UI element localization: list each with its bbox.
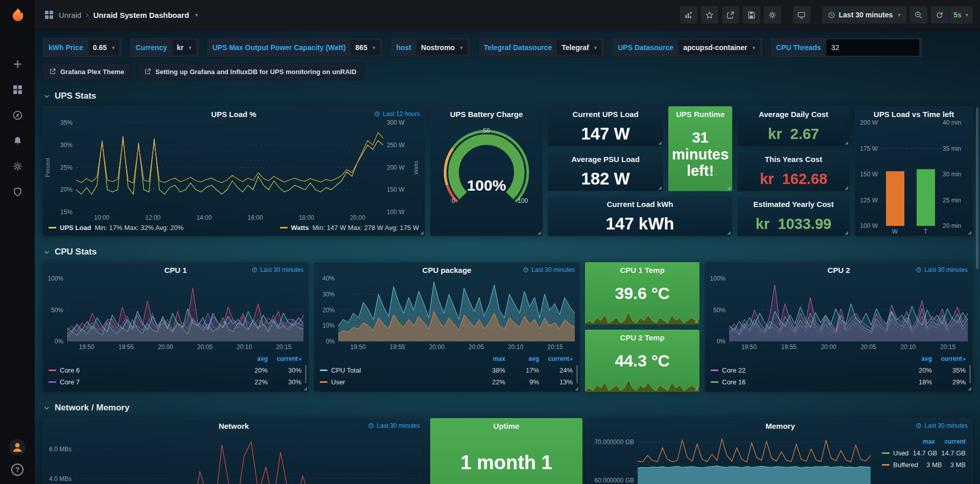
stat-value: 39.6 °C [585, 278, 699, 309]
panel-estimated-yearly-cost: Estimated Yearly Cost kr 1033.99 [737, 196, 850, 236]
legend-col-current[interactable]: current [935, 438, 966, 445]
legend-col-avg[interactable]: avg [505, 355, 539, 362]
legend-scrollbar[interactable] [305, 365, 307, 383]
variable-kwh-price[interactable]: kWh Price 0.65▾ [42, 37, 123, 58]
legend-col-current[interactable]: current▾ [932, 355, 966, 362]
memory-chart[interactable] [638, 434, 871, 484]
panel-title[interactable]: CPU 1 Temp [585, 262, 699, 278]
row-header-network-memory[interactable]: Network / Memory [43, 402, 973, 414]
legend-item-ups-load[interactable]: UPS Load Min: 17% Max: 32% Avg: 20% [49, 224, 183, 232]
legend-scrollbar[interactable] [969, 365, 971, 383]
y-axis-label-right: Watts [412, 123, 420, 212]
legend-value: 3 MB [918, 461, 942, 469]
variable-host[interactable]: host Nostromo▾ [390, 37, 471, 58]
star-button[interactable] [701, 6, 718, 24]
legend-value: 38% [472, 366, 505, 374]
cpu-threads-input[interactable] [826, 39, 919, 56]
ups-load-chart[interactable] [76, 123, 383, 212]
variable-value: Nostromo▾ [416, 40, 468, 55]
zoom-out-button[interactable] [910, 6, 927, 24]
legend-item-watts[interactable]: Watts Min: 147 W Max: 278 W Avg: 175 W [280, 224, 419, 232]
variable-telegraf-datasource[interactable]: Telegraf Datasource Telegraf▾ [478, 37, 605, 58]
variable-label: CPU Threads [776, 43, 821, 52]
sidebar-item-explore[interactable] [7, 105, 28, 125]
create-button[interactable] [7, 54, 28, 74]
legend-row: Core 7 22% 30% [49, 376, 301, 388]
sidebar-item-dashboards[interactable] [7, 79, 28, 100]
cpu2-chart[interactable] [729, 279, 968, 341]
breadcrumb-folder[interactable]: Unraid [59, 11, 81, 19]
refresh-interval-dropdown[interactable]: 5s ▾ [948, 6, 973, 24]
avatar[interactable] [9, 439, 26, 455]
cpu-package-chart[interactable] [338, 279, 575, 341]
panel-title[interactable]: Average PSU Load [548, 151, 663, 167]
legend-col-current[interactable]: current▾ [268, 355, 301, 362]
legend-scrollbar[interactable] [576, 365, 578, 383]
variable-value-text: kr [177, 43, 183, 52]
legend-series[interactable]: User [320, 378, 472, 386]
chevron-down-icon: ▾ [460, 44, 463, 51]
variable-label: UPS Datasource [618, 43, 673, 52]
legend-series[interactable]: Buffered [882, 461, 918, 469]
tv-mode-button[interactable] [793, 6, 810, 24]
dashboard-link-plex-theme[interactable]: Grafana Plex Theme [42, 63, 131, 80]
panel-current-load-kwh: Current Load kWh 147 kWh [548, 196, 732, 236]
legend-series[interactable]: Core 16 [711, 378, 898, 386]
stat-value: 182 W [548, 167, 663, 191]
legend-col-avg[interactable]: avg [234, 355, 268, 362]
legend-series[interactable]: Core 7 [49, 378, 234, 386]
cpu1-chart[interactable] [67, 279, 304, 341]
row-header-ups-stats[interactable]: UPS Stats [43, 90, 973, 102]
legend-series[interactable]: Core 6 [49, 366, 234, 374]
y-axis-ticks-left: 0%50%100% [43, 279, 67, 341]
panel-title[interactable]: Current Load kWh [548, 196, 732, 212]
sidebar-item-alerting[interactable] [7, 130, 28, 151]
legend-col-current[interactable]: current▾ [539, 355, 573, 362]
add-panel-button[interactable] [680, 6, 697, 24]
dashboard-settings-button[interactable] [764, 6, 781, 24]
panel-title[interactable]: This Years Cost [737, 151, 850, 167]
save-button[interactable] [743, 6, 760, 24]
legend-col-max[interactable]: max [472, 355, 505, 362]
sidebar-item-server-admin[interactable] [7, 181, 28, 202]
panel-title[interactable]: UPS Load % [42, 106, 425, 122]
time-picker[interactable]: Last 30 minutes ▾ [822, 6, 906, 24]
variable-value-text: 865 [356, 43, 367, 52]
time-override-label: Last 30 minutes [531, 266, 575, 273]
variable-label: UPS Max Output Power Capacity (Watt) [213, 43, 346, 52]
panel-title[interactable]: UPS Battery Charge [430, 106, 543, 122]
legend-series[interactable]: Core 22 [711, 366, 898, 374]
legend-col-avg[interactable]: avg [898, 355, 932, 362]
help-button[interactable]: ? [11, 464, 24, 476]
gauge-value: 100% [430, 177, 543, 194]
legend-col-max[interactable]: max [904, 438, 935, 445]
variable-ups-datasource[interactable]: UPS Datasource apcupsd-container▾ [612, 37, 763, 58]
legend-series-stats: Min: 17% Max: 32% Avg: 20% [95, 224, 183, 232]
sidebar-item-configuration[interactable] [7, 156, 28, 176]
network-chart[interactable] [75, 434, 420, 484]
panel-title[interactable]: Estimated Yearly Cost [737, 196, 850, 212]
y-axis-ticks-left: 0%10%20%30%40% [315, 279, 338, 341]
breadcrumb-title[interactable]: Unraid System Dashboard [94, 11, 190, 19]
series-color-dash [882, 464, 890, 466]
refresh-button[interactable] [931, 6, 948, 24]
dashboard-link-ups-monitoring-guide[interactable]: Setting up Grafana and InfluxDB for UPS … [137, 63, 363, 80]
legend-value: 35% [932, 366, 966, 374]
panel-title[interactable]: UPS Runtime [668, 106, 732, 122]
variable-currency[interactable]: Currency kr▾ [129, 37, 199, 58]
panel-title[interactable]: CPU 2 Temp [585, 330, 699, 345]
legend-series[interactable]: CPU Total [320, 366, 472, 374]
dashboard-links-row: Grafana Plex Theme Setting up Grafana an… [42, 63, 973, 80]
share-button[interactable] [722, 6, 739, 24]
panel-title[interactable]: Uptime [430, 418, 582, 433]
variable-ups-max-output[interactable]: UPS Max Output Power Capacity (Watt) 865… [206, 37, 384, 58]
panel-time-override: Last 12 hours [374, 110, 420, 118]
panel-title[interactable]: Memory [588, 418, 973, 433]
legend-series[interactable]: Used [882, 449, 908, 457]
row-header-cpu-stats[interactable]: CPU Stats [43, 246, 973, 258]
scrollbar[interactable] [976, 107, 978, 269]
panel-title[interactable]: Current UPS Load [548, 106, 663, 122]
breadcrumb[interactable]: Unraid › Unraid System Dashboard ▾ [44, 10, 198, 20]
grafana-logo[interactable] [0, 0, 35, 30]
panel-title[interactable]: Average Daily Cost [737, 106, 850, 122]
